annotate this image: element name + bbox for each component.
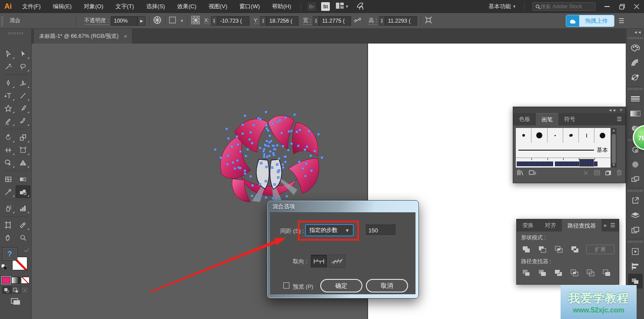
- intersect-button[interactable]: [554, 245, 564, 254]
- menu-file[interactable]: 文件(F): [16, 0, 47, 13]
- brush-options-icon[interactable]: [594, 169, 600, 177]
- none-fill-button[interactable]: [21, 277, 30, 284]
- close-button[interactable]: [629, 0, 644, 13]
- artboard-tool[interactable]: [1, 218, 16, 231]
- zoom-tool[interactable]: [16, 231, 30, 244]
- brush-item-basic[interactable]: 基本: [516, 143, 611, 158]
- panel-grip[interactable]: [1, 16, 3, 26]
- color-guide-panel-icon[interactable]: [626, 55, 644, 70]
- brush-item[interactable]: [579, 128, 594, 143]
- tab-brushes[interactable]: 画笔: [536, 113, 558, 125]
- mesh-tool[interactable]: [1, 173, 16, 185]
- draw-normal-button[interactable]: [2, 286, 11, 294]
- curvature-tool[interactable]: [16, 77, 30, 89]
- expand-dock-icon[interactable]: ◄◄: [626, 29, 644, 36]
- adjust-colors-panel-icon[interactable]: [626, 70, 644, 85]
- libraries-panel-icon[interactable]: [529, 169, 537, 177]
- draw-inside-button[interactable]: [20, 286, 30, 294]
- panel-grip[interactable]: [628, 241, 643, 243]
- artboards-panel-icon[interactable]: [626, 223, 644, 238]
- trim-button[interactable]: [537, 269, 548, 277]
- outline-button[interactable]: [585, 269, 596, 277]
- remove-brush-stroke-icon[interactable]: ✕: [583, 169, 589, 177]
- panel-grip[interactable]: [628, 190, 643, 192]
- drag-upload-button[interactable]: 拖拽上传: [566, 15, 614, 27]
- minus-front-button[interactable]: [538, 245, 548, 254]
- menu-help[interactable]: 帮助(H): [266, 0, 297, 13]
- symbol-sprayer-tool[interactable]: [1, 202, 16, 215]
- brush-item[interactable]: [594, 128, 610, 143]
- search-input[interactable]: [541, 3, 592, 10]
- align-to-path-button[interactable]: [329, 255, 345, 268]
- x-value[interactable]: -10.723 (: [217, 16, 249, 26]
- preview-checkbox[interactable]: [283, 282, 289, 289]
- free-transform-tool[interactable]: [16, 144, 30, 156]
- shape-builder-tool[interactable]: [1, 156, 16, 169]
- tab-transform[interactable]: 变换: [517, 219, 539, 232]
- brush-libraries-icon[interactable]: [517, 169, 524, 177]
- arrange-documents-icon[interactable]: [336, 3, 344, 10]
- menu-select[interactable]: 选择(S): [140, 0, 171, 13]
- panel-menu-icon[interactable]: ☰: [617, 116, 622, 122]
- close-tab-icon[interactable]: ×: [124, 33, 127, 40]
- brush-item[interactable]: [563, 128, 579, 143]
- tab-symbols[interactable]: 符号: [558, 113, 581, 125]
- line-segment-tool[interactable]: [16, 89, 30, 102]
- stock-icon[interactable]: St: [321, 2, 330, 11]
- align-panel-icon[interactable]: [626, 259, 644, 274]
- perspective-grid-tool[interactable]: [16, 156, 30, 169]
- cancel-button[interactable]: 取消: [366, 279, 408, 292]
- panel-scrollbar[interactable]: ▲ ▼: [611, 128, 617, 168]
- magic-wand-tool[interactable]: [1, 60, 16, 73]
- scale-tool[interactable]: [16, 131, 30, 144]
- menu-object[interactable]: 对象(O): [78, 0, 110, 13]
- direct-selection-tool[interactable]: [16, 47, 30, 60]
- new-brush-icon[interactable]: [605, 169, 611, 177]
- width-tool[interactable]: [1, 144, 16, 156]
- height-stepper[interactable]: ▲▼: [379, 16, 385, 26]
- pen-tool[interactable]: [1, 77, 16, 89]
- expand-button[interactable]: 扩展: [586, 245, 614, 254]
- blend-options-dialog[interactable]: 混合选项 间距 (S) : 指定的步数 ▼ 取向 : 预览 (P) 确定 取消: [267, 200, 419, 299]
- adobe-stock-search[interactable]: [532, 2, 595, 11]
- unite-button[interactable]: [521, 245, 531, 254]
- brush-item-charcoal-row[interactable]: [516, 158, 611, 167]
- width-value[interactable]: 11.2775 (: [319, 16, 351, 26]
- brush-item[interactable]: [548, 128, 563, 143]
- gradient-panel-icon[interactable]: [626, 106, 644, 121]
- chevron-down-icon[interactable]: ▼: [180, 19, 184, 23]
- menu-window[interactable]: 窗口(W): [233, 0, 266, 13]
- knife-tool[interactable]: [16, 114, 30, 127]
- brush-item[interactable]: [516, 128, 531, 143]
- close-panel-icon[interactable]: ✕: [619, 108, 623, 112]
- gradient-fill-button[interactable]: [11, 277, 20, 284]
- menu-type[interactable]: 文字(T): [110, 0, 140, 13]
- height-value[interactable]: 11.2293 (: [385, 16, 417, 26]
- bridge-icon[interactable]: Br: [307, 2, 316, 11]
- color-panel-icon[interactable]: [626, 40, 644, 55]
- layers-panel-icon[interactable]: [626, 208, 644, 223]
- exclude-button[interactable]: [570, 245, 581, 254]
- export-panel-icon[interactable]: [626, 193, 644, 208]
- menu-edit[interactable]: 编辑(E): [47, 0, 78, 13]
- divide-button[interactable]: [521, 269, 531, 277]
- x-stepper[interactable]: ▲▼: [211, 16, 217, 26]
- column-graph-tool[interactable]: [16, 202, 30, 215]
- workspace-switcher[interactable]: 基本功能▼: [484, 3, 521, 10]
- reference-point-grid[interactable]: [191, 16, 200, 26]
- fill-swatch[interactable]: ?: [2, 247, 17, 261]
- expand-panel-icon[interactable]: »: [604, 222, 607, 228]
- panel-menu-icon[interactable]: ☰: [610, 222, 615, 228]
- opacity-label[interactable]: 不透明度 :: [84, 17, 109, 25]
- panel-grip[interactable]: [8, 32, 23, 34]
- menu-effect[interactable]: 效果(C): [171, 0, 202, 13]
- default-fill-stroke-icon[interactable]: [1, 264, 7, 269]
- collapse-panel-icon[interactable]: ◄◄: [608, 108, 616, 112]
- slice-tool[interactable]: [16, 218, 30, 231]
- recolor-artwork-icon[interactable]: [153, 16, 162, 26]
- rotate-tool[interactable]: [1, 131, 16, 144]
- crop-button[interactable]: [569, 269, 580, 277]
- transform-panel-icon[interactable]: [626, 244, 644, 259]
- panel-grip[interactable]: [628, 88, 643, 90]
- restore-button[interactable]: [614, 0, 629, 13]
